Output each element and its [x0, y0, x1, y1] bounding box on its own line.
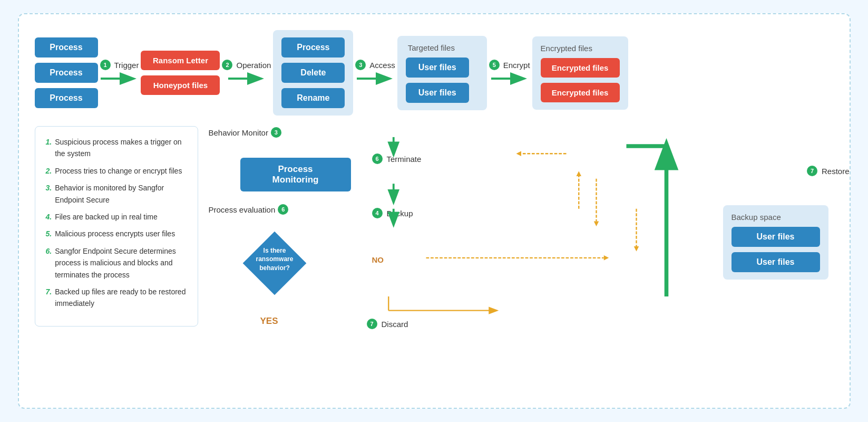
targeted-col: Targeted files User files User files [397, 36, 487, 110]
user-files-1: User files [406, 57, 469, 78]
operation-label: Operation [236, 61, 271, 70]
process-evaluation-label: Process evaluation [209, 205, 276, 214]
svg-marker-16 [633, 246, 639, 252]
bm-badge-3: 3 [271, 127, 281, 138]
ops-rename: Rename [281, 88, 345, 108]
no-label: NO [372, 255, 384, 264]
legend-num-3: 3. [46, 182, 52, 194]
legend-num-1: 1. [46, 136, 52, 148]
backup-label: Backup [387, 209, 413, 218]
svg-marker-22 [516, 151, 521, 157]
arrow-1 [101, 71, 138, 86]
access-arrow-col: 3 Access [355, 60, 395, 86]
terminate-row: 6 Terminate [372, 154, 422, 164]
discard-badge-7: 7 [367, 319, 377, 329]
legend-text-3: Behavior is monitored by Sangfor Endpoin… [55, 182, 187, 206]
ops-process: Process [281, 37, 345, 57]
legend-item-5: 5. Malicious process encrypts user files [46, 228, 187, 239]
arrow-2 [228, 71, 265, 86]
legend-item-7: 7. Backed up files are ready to be resto… [46, 286, 187, 310]
backup-user-files-2: User files [732, 252, 820, 272]
discard-row: 7 Discard [367, 319, 408, 329]
step-1-badge: 1 [100, 60, 111, 70]
step-3-badge: 3 [355, 60, 366, 70]
legend-text-5: Malicious process encrypts user files [55, 228, 175, 239]
honeypot-files-box: Honeypot files [141, 75, 220, 95]
backup-badge-4: 4 [372, 208, 383, 218]
process-eval-row: Process evaluation 6 [209, 204, 290, 215]
trigger-arrow-col: 1 Trigger [100, 60, 139, 86]
svg-marker-24 [593, 222, 599, 227]
terminate-badge-6: 6 [372, 154, 383, 164]
process-box-2: Process [35, 63, 98, 83]
backup-user-files-1: User files [732, 227, 820, 247]
legend-text-1: Suspicious process makes a trigger on th… [55, 136, 187, 160]
encrypted-top-label: Encrypted files [541, 44, 592, 53]
legend-text-4: Files are backed up in real time [55, 211, 158, 223]
access-label: Access [369, 61, 395, 70]
ransom-letter-box: Ransom Letter [141, 51, 220, 70]
encrypted-files-1: Encrypted files [541, 58, 620, 78]
process-monitoring-box: Process Monitoring [240, 158, 351, 191]
encrypt-arrow-col: 5 Encrypt [489, 60, 530, 86]
main-diagram: Process Process Process 1 Trigger Ransom… [18, 13, 851, 409]
operation-arrow-col: 2 Operation [222, 60, 271, 86]
legend-item-4: 4. Files are backed up in real time [46, 211, 187, 223]
svg-marker-4 [242, 232, 306, 295]
svg-marker-14 [576, 171, 581, 177]
backup-space-col: Backup space User files User files [723, 205, 828, 280]
trigger-label: Trigger [114, 61, 139, 70]
step-5-badge: 5 [489, 60, 500, 70]
legend-num-2: 2. [46, 165, 52, 177]
backup-row: 4 Backup [372, 208, 413, 218]
svg-text:ransomware: ransomware [256, 255, 293, 263]
legend-box: 1. Suspicious process makes a trigger on… [35, 126, 198, 327]
pe-badge-6: 6 [278, 204, 288, 215]
top-flow-row: Process Process Process 1 Trigger Ransom… [35, 30, 834, 116]
ops-delete: Delete [281, 63, 345, 83]
process-box-3: Process [35, 88, 98, 108]
svg-marker-12 [603, 255, 609, 261]
flow-area: Behavior Monitor 3 Process Monitoring Pr… [209, 126, 834, 327]
legend-num-5: 5. [46, 228, 52, 239]
ops-col: Process Delete Rename [273, 30, 353, 116]
encrypted-col: Encrypted files Encrypted files Encrypte… [532, 36, 628, 110]
legend-item-2: 2. Process tries to change or encrypt fi… [46, 165, 187, 177]
restore-badge-7: 7 [807, 166, 817, 176]
svg-text:behavior?: behavior? [259, 264, 290, 272]
step-2-badge: 2 [222, 60, 232, 70]
discard-label: Discard [382, 320, 408, 329]
legend-item-6: 6. Sangfor Endpoint Secure determines pr… [46, 245, 187, 281]
legend-text-2: Process tries to change or encrypt files [55, 165, 182, 177]
encrypt-label: Encrypt [503, 61, 530, 70]
behavior-monitor-row: Behavior Monitor 3 [209, 127, 283, 138]
restore-row: 7 Restore [807, 166, 850, 176]
user-files-2: User files [406, 83, 469, 103]
legend-num-6: 6. [46, 245, 52, 257]
legend-item-1: 1. Suspicious process makes a trigger on… [46, 136, 187, 160]
legend-item-3: 3. Behavior is monitored by Sangfor Endp… [46, 182, 187, 206]
operation-col: Ransom Letter Honeypot files [141, 51, 220, 95]
restore-label: Restore [822, 167, 850, 176]
bottom-section: 1. Suspicious process makes a trigger on… [35, 126, 834, 327]
legend-num-4: 4. [46, 211, 52, 223]
targeted-label: Targeted files [406, 43, 455, 52]
legend-text-7: Backed up files are ready to be restored… [55, 286, 187, 310]
arrow-5 [491, 71, 528, 86]
encrypted-files-2: Encrypted files [541, 83, 620, 102]
terminate-label: Terminate [387, 155, 422, 164]
diamond-shape: Is there ransomware behavior? [240, 229, 309, 298]
arrow-3 [357, 71, 394, 86]
yes-label: YES [260, 316, 278, 327]
behavior-monitor-label: Behavior Monitor [209, 128, 268, 137]
svg-text:Is there: Is there [263, 247, 286, 254]
backup-space-label: Backup space [732, 213, 820, 222]
legend-num-7: 7. [46, 286, 52, 298]
legend-text-6: Sangfor Endpoint Secure determines proce… [55, 245, 187, 281]
process-box-1: Process [35, 37, 98, 57]
process-col: Process Process Process [35, 37, 98, 108]
